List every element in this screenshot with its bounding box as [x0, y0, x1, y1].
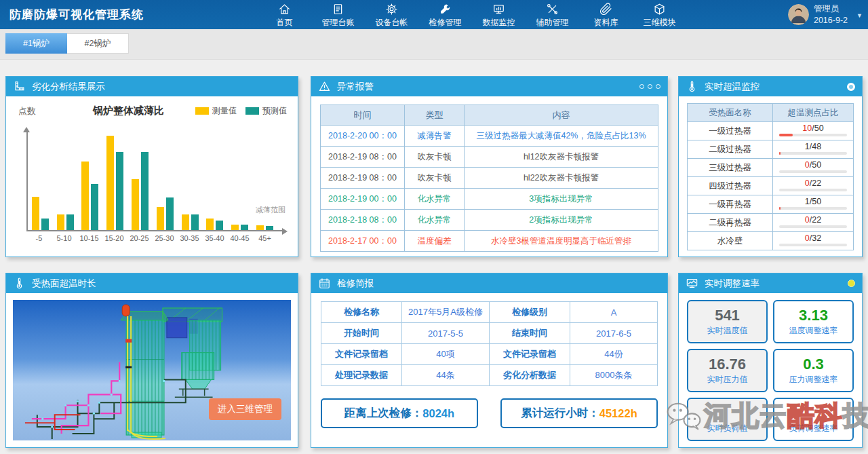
nav-item-label: 资料库 — [594, 17, 618, 29]
tab-boiler-2[interactable]: #2锅炉 — [67, 33, 129, 54]
category-label: -5 — [26, 234, 52, 242]
chart-categories: -55-1010-1515-2020-2525-3030-3535-4040-4… — [26, 234, 284, 242]
metric-card: 541实时温度值 — [687, 300, 768, 343]
ratio-numerator: 0 — [805, 178, 810, 188]
bar-predicted — [66, 214, 74, 230]
thermometer-icon — [13, 277, 26, 290]
bar-measured — [182, 214, 189, 230]
nav-item-label: 管理台账 — [322, 17, 355, 29]
ratio-denominator: /22 — [810, 215, 821, 225]
nav-item-equipment[interactable]: 设备台帐 — [365, 1, 418, 29]
status-light-icon — [848, 280, 855, 287]
metric-label: 负荷调整速率 — [789, 423, 838, 434]
last-maintenance-button[interactable]: 距离上次检修：8024h — [321, 398, 478, 428]
column-header: 类型 — [405, 105, 465, 126]
overheat-ratio: 1/48 — [773, 140, 854, 159]
alarm-row: 2018-2-19 08：00吹灰卡顿hl12吹灰器卡顿报警 — [321, 147, 658, 168]
bar-predicted — [241, 225, 248, 230]
nav-item-label: 数据监控 — [483, 17, 515, 29]
status-light-icon — [847, 83, 855, 91]
nav-item-ledger[interactable]: 管理台账 — [311, 1, 365, 29]
overheat-ratio: 0/32 — [773, 232, 854, 250]
alarm-table: 时间类型内容 2018-2-20 00：00减薄告警三级过热器最大减薄值42%，… — [320, 105, 658, 252]
nav-item-data[interactable]: 数据监控 — [472, 1, 526, 29]
ratio-bar — [779, 170, 847, 173]
nav-item-overhaul[interactable]: 检修管理 — [418, 1, 472, 29]
nav-item-home[interactable]: 首页 — [258, 1, 311, 29]
total-hours-button[interactable]: 累计运行小时：45122h — [500, 398, 658, 428]
ratio-bar — [779, 189, 847, 191]
alarm-content: 水冷壁3根管道温度明显高于临近管排 — [465, 231, 658, 252]
category-label: 5-10 — [52, 234, 77, 242]
nav-item-library[interactable]: 资料库 — [579, 1, 633, 29]
overheat-row: 四级过热器0/22 — [688, 177, 854, 195]
calendar-icon — [318, 277, 331, 290]
chart-ylabel: 点数 — [18, 105, 62, 117]
bar-group — [53, 214, 78, 230]
maintenance-summary: 距离上次检修：8024h累计运行小时：45122h — [321, 398, 658, 428]
alarm-row: 2018-2-20 00：00减薄告警三级过热器最大减薄值42%，危险点占比13… — [321, 126, 658, 147]
maintenance-label: 文件记录留档 — [321, 344, 402, 365]
category-label: 20-25 — [127, 234, 152, 242]
alarm-time: 2018-2-20 00：00 — [321, 126, 405, 147]
user-name: 管理员 — [814, 3, 848, 15]
overheat-ratio: 0/22 — [773, 214, 854, 232]
bar-group — [203, 219, 228, 230]
paperclip-icon — [599, 3, 612, 16]
ratio-bar — [779, 244, 847, 246]
alarm-row: 2018-2-19 08：00吹灰卡顿hl22吹灰器卡顿报警 — [321, 168, 658, 189]
maintenance-label: 检修名称 — [321, 302, 402, 323]
bar-measured — [206, 219, 214, 230]
bar-group — [153, 197, 178, 230]
surface-name: 四级过热器 — [688, 177, 773, 195]
alarm-type: 化水异常 — [405, 210, 465, 231]
alarm-type: 温度偏差 — [405, 231, 465, 252]
bar-group — [78, 162, 103, 230]
summary-value: 45122h — [599, 407, 637, 420]
overheat-row: 三级过热器0/50 — [688, 159, 854, 177]
overheat-row: 一级过热器10/50 — [688, 122, 854, 140]
wrench-icon — [439, 3, 452, 16]
alarm-time: 2018-2-19 08：00 — [321, 168, 405, 189]
bar-group — [127, 152, 153, 230]
nav-item-label: 设备台帐 — [376, 17, 408, 29]
overheat-table: 受热面名称超温测点占比 一级过热器10/50二级过热器1/48三级过热器0/50… — [687, 103, 854, 250]
nav-item-label: 辅助管理 — [536, 17, 569, 29]
nav-item-assist[interactable]: 辅助管理 — [526, 1, 579, 29]
maintenance-label: 开始时间 — [321, 323, 402, 344]
bar-group — [102, 136, 127, 230]
alarm-type: 化水异常 — [405, 189, 465, 210]
panel-title: 受热面超温时长 — [32, 278, 96, 290]
user-box[interactable]: 管理员 2016-9-2 — [788, 3, 848, 26]
maintenance-table: 检修名称2017年5月A级检修检修级别A开始时间2017-5-5结束时间2017… — [321, 301, 658, 386]
avatar — [788, 4, 809, 25]
nav-menu: 首页管理台账设备台帐检修管理数据监控辅助管理资料库三维模块 — [258, 1, 686, 29]
overheat-ratio: 0/50 — [773, 159, 854, 177]
overheat-ratio: 0/22 — [773, 177, 854, 195]
tab-boiler-1[interactable]: #1锅炉 — [5, 33, 67, 54]
ratio-value: 1/48 — [773, 142, 853, 151]
ratio-numerator: 1 — [805, 197, 810, 206]
cube-icon — [653, 3, 666, 16]
chevron-down-icon[interactable]: ▼ — [856, 12, 863, 19]
category-label: 15-20 — [102, 234, 127, 242]
home-icon — [278, 3, 291, 16]
maintenance-value: 2017年5月A级检修 — [402, 302, 490, 323]
more-options-icon[interactable] — [639, 84, 660, 89]
alarm-type: 吹灰卡顿 — [405, 147, 465, 168]
tools-icon — [546, 3, 559, 16]
thermometer-icon — [686, 80, 698, 93]
panel-title: 实时超温监控 — [705, 81, 760, 93]
column-header: 受热面名称 — [688, 104, 773, 122]
nav-item-threeD[interactable]: 三维模块 — [633, 1, 686, 29]
bar-measured — [81, 162, 89, 230]
panel-title: 检修简报 — [337, 278, 374, 290]
boiler-tabstrip: #1锅炉 #2锅炉 — [0, 29, 868, 60]
enter-3d-button[interactable]: 进入三维管理 — [209, 398, 281, 420]
ratio-denominator: /22 — [810, 178, 821, 188]
maintenance-row: 处理记录数据44条劣化分析数据8000条条 — [321, 365, 658, 386]
maintenance-value: 2017-6-5 — [570, 323, 658, 344]
warning-icon — [318, 80, 331, 93]
bar-predicted — [41, 219, 49, 230]
metric-label: 实时压力值 — [707, 374, 748, 385]
